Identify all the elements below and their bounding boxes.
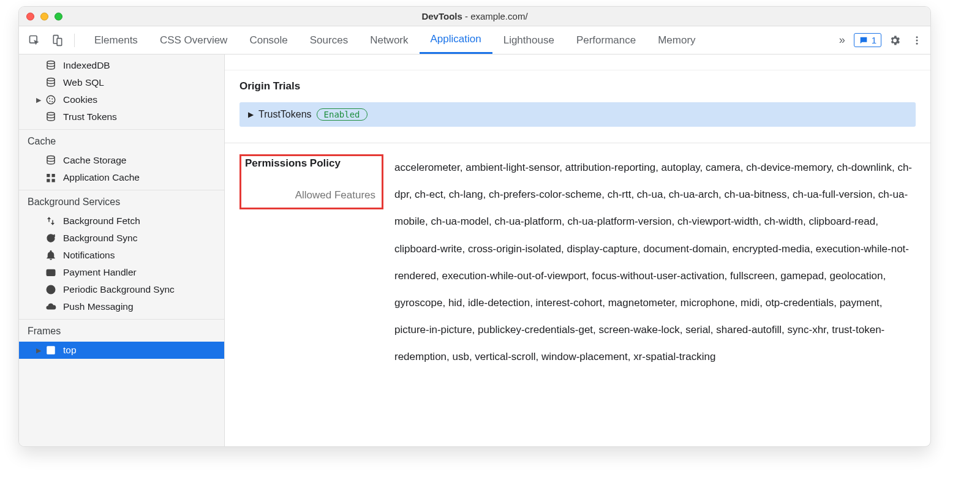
sidebar-item-label: Cache Storage bbox=[63, 155, 126, 166]
clock-icon bbox=[45, 284, 57, 295]
tab-performance[interactable]: Performance bbox=[565, 26, 647, 54]
svg-point-3 bbox=[916, 36, 918, 38]
svg-point-12 bbox=[51, 101, 53, 102]
caret-right-icon: ▶ bbox=[36, 96, 41, 104]
sidebar-title-cache[interactable]: Cache bbox=[19, 130, 224, 152]
devtools-tabs: ElementsCSS OverviewConsoleSourcesNetwor… bbox=[83, 26, 828, 54]
maximize-window-button[interactable] bbox=[55, 12, 62, 20]
issues-badge[interactable]: 1 bbox=[854, 33, 881, 47]
svg-rect-22 bbox=[47, 347, 55, 354]
svg-point-11 bbox=[50, 100, 51, 102]
allowed-features-list: accelerometer, ambient-light-sensor, att… bbox=[394, 154, 916, 371]
cloud-icon bbox=[45, 301, 57, 312]
tab-elements[interactable]: Elements bbox=[83, 26, 149, 54]
sidebar-item-web-sql[interactable]: Web SQL bbox=[19, 74, 224, 91]
inspect-element-button[interactable] bbox=[24, 30, 45, 51]
sidebar-group-storage: IndexedDBWeb SQL▶CookiesTrust Tokens bbox=[19, 54, 224, 130]
application-main-panel: Origin Trials ▶ TrustTokens Enabled Perm… bbox=[225, 54, 930, 446]
sidebar-title-background[interactable]: Background Services bbox=[19, 190, 224, 212]
more-tabs-button[interactable]: » bbox=[835, 34, 849, 47]
sidebar-item-trust-tokens[interactable]: Trust Tokens bbox=[19, 108, 224, 126]
origin-trials-title: Origin Trials bbox=[239, 80, 916, 92]
sidebar-item-cookies[interactable]: ▶Cookies bbox=[19, 91, 224, 108]
allowed-features-label: Allowed Features bbox=[245, 189, 375, 201]
sidebar-item-label: Notifications bbox=[63, 250, 115, 261]
sidebar-item-indexeddb[interactable]: IndexedDB bbox=[19, 57, 224, 74]
sidebar-item-label: Background Fetch bbox=[63, 216, 140, 227]
tab-application[interactable]: Application bbox=[420, 26, 492, 54]
svg-rect-17 bbox=[47, 179, 50, 182]
origin-trials-section: Origin Trials ▶ TrustTokens Enabled bbox=[225, 70, 930, 139]
traffic-lights bbox=[26, 12, 62, 20]
sidebar-group-background: Background Services Background FetchBack… bbox=[19, 190, 224, 320]
sidebar-item-label: Cookies bbox=[63, 94, 97, 105]
devtools-window: DevTools - example.com/ ElementsCSS Over… bbox=[18, 6, 931, 447]
updown-icon bbox=[45, 216, 57, 227]
sidebar-title-frames[interactable]: Frames bbox=[19, 320, 224, 342]
svg-rect-19 bbox=[47, 270, 55, 276]
sidebar-item-background-fetch[interactable]: Background Fetch bbox=[19, 212, 224, 230]
sidebar-item-label: Periodic Background Sync bbox=[63, 284, 175, 295]
devtools-body: IndexedDBWeb SQL▶CookiesTrust Tokens Cac… bbox=[19, 54, 930, 446]
close-window-button[interactable] bbox=[26, 12, 34, 20]
more-options-button[interactable] bbox=[908, 35, 925, 46]
settings-button[interactable] bbox=[886, 34, 903, 47]
svg-point-13 bbox=[47, 113, 55, 116]
kebab-icon bbox=[911, 35, 922, 46]
issues-count: 1 bbox=[872, 35, 876, 45]
sidebar-item-top[interactable]: ▶top bbox=[19, 342, 224, 359]
sidebar-item-label: Application Cache bbox=[63, 172, 140, 183]
toggle-device-toolbar-button[interactable] bbox=[47, 30, 68, 51]
origin-trial-row[interactable]: ▶ TrustTokens Enabled bbox=[239, 102, 916, 127]
database-icon bbox=[45, 77, 57, 88]
svg-rect-16 bbox=[52, 174, 55, 177]
window-title: DevTools - example.com/ bbox=[421, 11, 527, 21]
sidebar-item-periodic-background-sync[interactable]: Periodic Background Sync bbox=[19, 281, 224, 298]
sidebar-item-label: Trust Tokens bbox=[63, 111, 117, 122]
toolbar-right: » 1 bbox=[835, 33, 925, 47]
minimize-window-button[interactable] bbox=[40, 12, 48, 20]
sidebar-item-label: Web SQL bbox=[63, 77, 104, 88]
sidebar-item-notifications[interactable]: Notifications bbox=[19, 247, 224, 264]
sync-icon bbox=[45, 233, 57, 244]
frame-icon bbox=[45, 345, 57, 356]
caret-right-icon: ▶ bbox=[36, 347, 41, 355]
permissions-policy-section: Permissions Policy Allowed Features acce… bbox=[225, 143, 930, 381]
sidebar-item-background-sync[interactable]: Background Sync bbox=[19, 230, 224, 247]
sidebar-group-cache: Cache Cache StorageApplication Cache bbox=[19, 130, 224, 190]
window-titlebar: DevTools - example.com/ bbox=[19, 7, 930, 26]
tab-memory[interactable]: Memory bbox=[647, 26, 706, 54]
svg-point-5 bbox=[916, 42, 918, 44]
database-icon bbox=[45, 155, 57, 166]
svg-point-10 bbox=[51, 99, 53, 100]
sidebar-item-application-cache[interactable]: Application Cache bbox=[19, 169, 224, 186]
svg-rect-2 bbox=[57, 38, 62, 45]
caret-right-icon: ▶ bbox=[248, 110, 254, 119]
svg-rect-15 bbox=[47, 174, 50, 177]
origin-trial-name: TrustTokens bbox=[258, 109, 312, 120]
origin-trial-status-badge: Enabled bbox=[317, 108, 368, 121]
svg-rect-18 bbox=[52, 179, 55, 182]
sidebar-item-payment-handler[interactable]: Payment Handler bbox=[19, 264, 224, 281]
sidebar-item-push-messaging[interactable]: Push Messaging bbox=[19, 298, 224, 315]
tab-sources[interactable]: Sources bbox=[299, 26, 359, 54]
tab-network[interactable]: Network bbox=[359, 26, 419, 54]
tab-css-overview[interactable]: CSS Overview bbox=[149, 26, 239, 54]
chat-icon bbox=[859, 36, 869, 45]
database-icon bbox=[45, 60, 57, 71]
cookie-icon bbox=[45, 94, 57, 105]
sidebar-item-label: IndexedDB bbox=[63, 60, 110, 71]
svg-point-7 bbox=[47, 78, 55, 81]
gear-icon bbox=[889, 34, 901, 47]
devtools-toolbar: ElementsCSS OverviewConsoleSourcesNetwor… bbox=[19, 26, 930, 54]
svg-point-6 bbox=[47, 61, 55, 64]
sidebar-item-cache-storage[interactable]: Cache Storage bbox=[19, 152, 224, 169]
svg-point-9 bbox=[49, 98, 50, 99]
permissions-policy-title: Permissions Policy bbox=[245, 157, 375, 170]
tab-lighthouse[interactable]: Lighthouse bbox=[492, 26, 565, 54]
svg-point-4 bbox=[916, 39, 918, 41]
database-icon bbox=[45, 111, 57, 122]
card-icon bbox=[45, 267, 57, 278]
sidebar-item-label: top bbox=[63, 345, 77, 356]
tab-console[interactable]: Console bbox=[238, 26, 298, 54]
